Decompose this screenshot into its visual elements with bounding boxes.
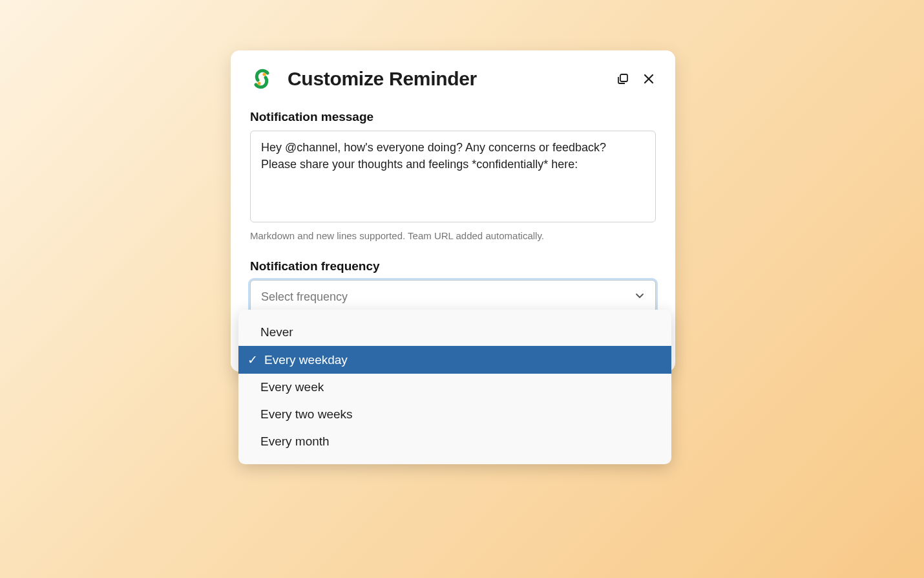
customize-reminder-modal: Customize Reminder Notification message … [231,50,675,372]
header-actions [616,72,656,86]
option-label: Every week [260,380,324,394]
frequency-placeholder: Select frequency [261,290,348,304]
modal-body: Notification message Markdown and new li… [231,98,675,372]
popout-icon[interactable] [616,72,630,86]
chevron-down-icon [635,290,645,304]
message-label: Notification message [250,110,656,124]
close-icon[interactable] [642,72,656,86]
frequency-option-every-month[interactable]: Every month [238,428,671,455]
svg-point-1 [257,81,260,85]
svg-rect-2 [620,74,627,81]
option-label: Never [260,325,293,339]
notification-message-input[interactable] [250,131,656,222]
option-label: Every month [260,434,330,449]
modal-title: Customize Reminder [288,68,616,90]
frequency-option-every-two-weeks[interactable]: Every two weeks [238,401,671,428]
message-helper-text: Markdown and new lines supported. Team U… [250,230,656,241]
frequency-option-every-week[interactable]: Every week [238,374,671,401]
modal-header: Customize Reminder [231,50,675,98]
option-label: Every weekday [264,353,348,367]
frequency-option-every-weekday[interactable]: ✓ Every weekday [238,346,671,374]
app-logo-icon [250,67,273,91]
svg-point-0 [262,72,266,76]
option-label: Every two weeks [260,407,353,422]
frequency-select[interactable]: Select frequency [250,280,656,314]
frequency-label: Notification frequency [250,259,656,273]
check-icon: ✓ [247,352,258,367]
frequency-select-wrapper: Select frequency Never ✓ Every weekday E… [250,280,656,314]
frequency-option-never[interactable]: Never [238,319,671,346]
frequency-dropdown: Never ✓ Every weekday Every week Every t… [238,310,671,464]
